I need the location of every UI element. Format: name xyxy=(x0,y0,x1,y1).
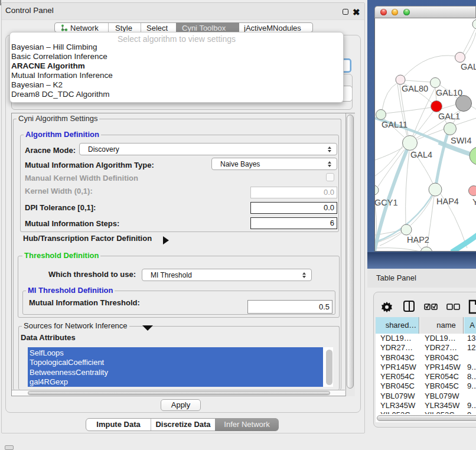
svg-text:HAP4: HAP4 xyxy=(436,197,459,206)
svg-text:HAP2: HAP2 xyxy=(407,235,429,244)
svg-text:GAL80: GAL80 xyxy=(402,84,428,93)
svg-text:GCY1: GCY1 xyxy=(375,198,398,207)
svg-text:GAL4: GAL4 xyxy=(410,150,432,159)
svg-text:SWI4: SWI4 xyxy=(451,136,471,145)
svg-text:GAL10: GAL10 xyxy=(436,88,462,97)
svg-text:GAL11: GAL11 xyxy=(382,120,407,129)
svg-text:GAL7: GAL7 xyxy=(461,62,476,71)
svg-text:Y: Y xyxy=(472,197,476,207)
svg-text:GAL1: GAL1 xyxy=(438,112,460,121)
